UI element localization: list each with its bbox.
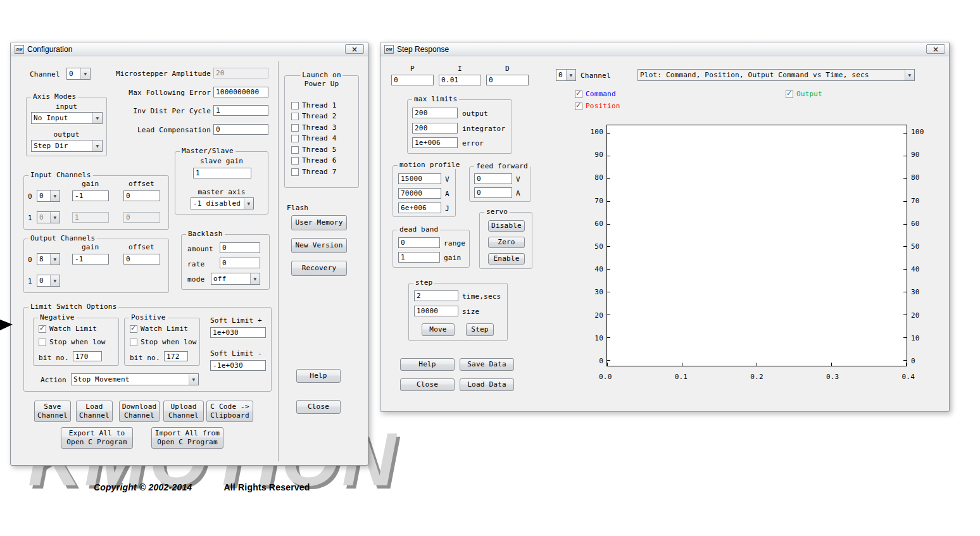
thread-7-checkbox[interactable]: Thread 7 [291,168,337,176]
d-input[interactable] [486,75,529,85]
move-button[interactable]: Move [422,323,455,336]
chevron-down-icon [244,198,253,209]
thread-4-checkbox[interactable]: Thread 4 [291,134,337,142]
slave-gain-input[interactable] [193,168,251,178]
x-tick-label: 0.2 [750,373,763,381]
close-button[interactable]: Close [400,378,455,391]
acceleration-input[interactable] [398,188,441,199]
response-plot-area [606,125,907,366]
backlash-amount-input[interactable] [220,242,260,253]
close-icon[interactable] [926,44,945,54]
axis-input-mode-select[interactable]: No Input [31,112,103,124]
y-tick-label: 50 [581,243,603,251]
inv-dist-per-cycle-input[interactable] [213,105,268,116]
jerk-input[interactable] [398,203,441,213]
backlash-amount-label: amount [187,245,213,253]
step-button[interactable]: Step [466,323,494,336]
output-trace-checkbox[interactable]: Output [786,90,822,98]
soft-limit-plus-input[interactable] [210,327,266,338]
checkbox-checked-icon [39,325,46,333]
thread-6-checkbox[interactable]: Thread 6 [291,156,337,165]
negative-stop-when-low-checkbox[interactable]: Stop when low [39,338,106,346]
load-data-button[interactable]: Load Data [460,378,514,391]
save-channel-button[interactable]: Save Channel [34,401,71,422]
command-trace-checkbox[interactable]: Command [575,90,616,98]
checkbox-unchecked-icon [291,135,299,142]
feed-forward-title: feed forward [474,162,530,170]
thread-2-checkbox[interactable]: Thread 2 [291,112,337,120]
velocity-input[interactable] [398,173,441,184]
input-channel-0-gain[interactable] [72,190,109,201]
plot-type-select[interactable]: Plot: Command, Position, Output Command … [638,69,915,81]
ff-velocity-input[interactable] [474,173,512,184]
step-size-input[interactable] [414,306,458,316]
backlash-rate-input[interactable] [220,258,260,268]
step-time-input[interactable] [414,290,458,301]
thread-5-checkbox[interactable]: Thread 5 [291,146,337,154]
output-channel-1-select[interactable]: 0 [37,275,60,287]
servo-disable-button[interactable]: Disable [488,220,525,232]
input-channel-0-offset[interactable] [123,190,160,201]
soft-limit-plus-label: Soft Limit + [210,316,262,325]
configuration-titlebar[interactable]: DM Configuration [11,42,368,56]
chevron-down-icon [92,140,102,151]
user-memory-button[interactable]: User Memory [291,215,347,230]
backlash-title: Backlash [186,230,225,238]
output-channel-1-value: 0 [37,277,50,285]
close-button[interactable]: Close [296,400,341,414]
dead-band-gain-input[interactable] [398,252,440,263]
import-all-button[interactable]: Import All from Open C Program [151,427,223,449]
checkbox-unchecked-icon [291,102,299,109]
close-icon[interactable] [345,44,364,54]
y-axis-labels-left: 100 90 80 70 60 50 40 30 20 10 0 [581,128,603,365]
max-integrator-input[interactable] [412,123,458,134]
positive-watch-limit-checkbox[interactable]: Watch Limit [130,325,188,333]
plot-type-value: Plot: Command, Position, Output Command … [638,71,905,79]
output-channel-0-select[interactable]: 8 [37,253,60,265]
limit-action-select[interactable]: Stop Movement [71,373,199,385]
chevron-down-icon [50,212,60,223]
step-response-titlebar[interactable]: DM Step Response [380,42,949,56]
dead-band-range-input[interactable] [398,237,440,248]
load-channel-button[interactable]: Load Channel [76,401,113,422]
thread-3-checkbox[interactable]: Thread 3 [291,123,337,132]
negative-watch-limit-checkbox[interactable]: Watch Limit [39,325,97,333]
servo-enable-button[interactable]: Enable [488,253,525,265]
channel-select[interactable]: 0 [556,69,576,81]
backlash-mode-select[interactable]: off [211,273,260,285]
c-code-clipboard-button[interactable]: C Code -> Clipboard [206,401,253,422]
master-axis-select[interactable]: -1 disabled [191,197,254,209]
max-output-input[interactable] [412,108,458,118]
backlash-group: Backlash amount rate mode off [181,234,270,290]
rights-text: All Rights Reserved [223,482,310,492]
max-error-input[interactable] [412,137,458,148]
positive-bit-input[interactable] [164,351,188,361]
thread-1-checkbox[interactable]: Thread 1 [291,101,337,109]
backlash-rate-label: rate [187,260,204,268]
positive-stop-when-low-checkbox[interactable]: Stop when low [130,338,197,346]
x-tick-label: 0.4 [902,373,915,381]
recovery-button[interactable]: Recovery [291,261,347,276]
y-tick-label: 80 [911,174,934,182]
axis-output-mode-select[interactable]: Step Dir [31,140,103,152]
new-version-button[interactable]: New Version [291,238,347,253]
help-button[interactable]: Help [400,358,455,371]
input-channel-0-select[interactable]: 0 [37,190,60,202]
max-following-error-input[interactable] [213,87,268,97]
channel-select-value: 0 [556,71,566,79]
save-data-button[interactable]: Save Data [460,358,514,371]
export-all-button[interactable]: Export All to Open C Program [61,427,133,449]
help-button[interactable]: Help [296,369,341,383]
ff-acceleration-input[interactable] [474,187,512,198]
upload-channel-button[interactable]: Upload Channel [163,401,204,422]
negative-bit-input[interactable] [73,351,102,361]
i-input[interactable] [439,75,481,85]
soft-limit-minus-input[interactable] [210,360,266,371]
download-channel-button[interactable]: Download Channel [119,401,160,422]
output-channel-0-offset[interactable] [123,254,160,265]
p-input[interactable] [391,75,434,85]
output-channel-0-gain[interactable] [72,254,109,265]
lead-compensation-input[interactable] [213,124,268,135]
position-trace-checkbox[interactable]: Position [575,102,620,110]
servo-zero-button[interactable]: Zero [488,237,525,248]
